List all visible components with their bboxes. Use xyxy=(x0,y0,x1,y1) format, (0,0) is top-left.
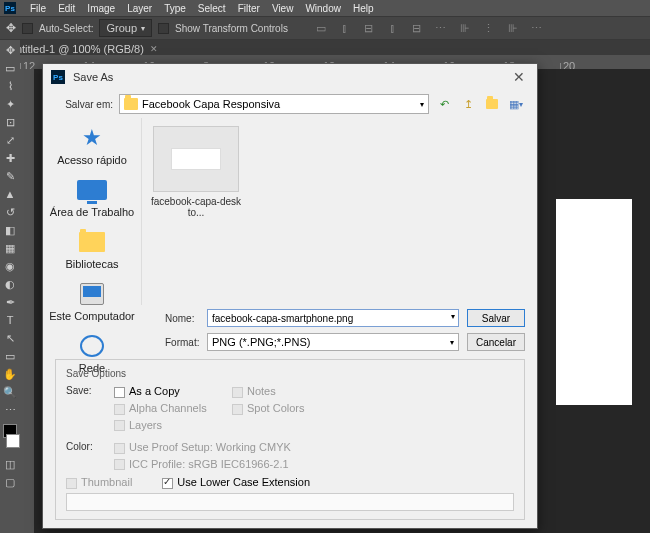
more-tools[interactable]: ⋯ xyxy=(2,402,18,418)
zoom-tool[interactable]: 🔍 xyxy=(2,384,18,400)
stamp-tool[interactable]: ▲ xyxy=(2,186,18,202)
chevron-down-icon[interactable]: ▾ xyxy=(451,312,455,321)
close-tab-icon[interactable]: ✕ xyxy=(150,44,158,54)
save-in-label: Salvar em: xyxy=(55,99,113,110)
file-thumbnail xyxy=(153,126,239,192)
menu-layer[interactable]: Layer xyxy=(127,3,152,14)
pc-icon xyxy=(75,280,109,308)
auto-select-dropdown[interactable]: Group▾ xyxy=(99,19,152,37)
place-label: Acesso rápido xyxy=(57,154,127,166)
network-icon xyxy=(75,332,109,360)
document-title: Untitled-1 @ 100% (RGB/8) xyxy=(8,43,144,55)
dodge-tool[interactable]: ◐ xyxy=(2,276,18,292)
marquee-tool[interactable]: ▭ xyxy=(2,60,18,76)
menu-filter[interactable]: Filter xyxy=(238,3,260,14)
eraser-tool[interactable]: ◧ xyxy=(2,222,18,238)
save-as-dialog: Ps Save As ✕ Salvar em: Facebook Capa Re… xyxy=(42,63,538,529)
folder-dropdown[interactable]: Facebook Capa Responsiva ▾ xyxy=(119,94,429,114)
format-label: Format: xyxy=(165,337,201,348)
save-button[interactable]: Salvar xyxy=(467,309,525,327)
pen-tool[interactable]: ✒ xyxy=(2,294,18,310)
quickmask-icon[interactable]: ◫ xyxy=(2,456,18,472)
lowercase-label: Use Lower Case Extension xyxy=(177,476,310,488)
more-icon[interactable]: ⋯ xyxy=(528,19,546,37)
cancel-button[interactable]: Cancelar xyxy=(467,333,525,351)
icc-label: ICC Profile: sRGB IEC61966-2.1 xyxy=(129,458,289,470)
app-logo: Ps xyxy=(4,2,16,14)
place-libraries[interactable]: Bibliotecas xyxy=(65,228,118,270)
options-bar: ✥ Auto-Select: Group▾ Show Transform Con… xyxy=(0,16,650,40)
path-tool[interactable]: ↖ xyxy=(2,330,18,346)
place-label: Bibliotecas xyxy=(65,258,118,270)
type-tool[interactable]: T xyxy=(2,312,18,328)
spot-label: Spot Colors xyxy=(247,402,304,414)
menu-image[interactable]: Image xyxy=(87,3,115,14)
save-options-title: Save Options xyxy=(66,368,514,379)
view-menu-button[interactable]: ▦▾ xyxy=(507,95,525,113)
places-sidebar: ★ Acesso rápido Área de Trabalho Bibliot… xyxy=(43,118,141,305)
shape-tool[interactable]: ▭ xyxy=(2,348,18,364)
menu-edit[interactable]: Edit xyxy=(58,3,75,14)
thumbnail-checkbox xyxy=(66,478,77,489)
menu-view[interactable]: View xyxy=(272,3,294,14)
move-tool-icon: ✥ xyxy=(6,21,16,35)
format-dropdown[interactable]: PNG (*.PNG;*.PNS) ▾ xyxy=(207,333,459,351)
align-icon[interactable]: ⋯ xyxy=(432,19,450,37)
show-transform-checkbox[interactable] xyxy=(158,23,169,34)
format-value: PNG (*.PNG;*.PNS) xyxy=(212,336,310,348)
chevron-down-icon: ▾ xyxy=(450,338,454,347)
gradient-tool[interactable]: ▦ xyxy=(2,240,18,256)
warning-box xyxy=(66,493,514,511)
move-tool[interactable]: ✥ xyxy=(2,42,18,58)
menu-file[interactable]: File xyxy=(30,3,46,14)
menu-window[interactable]: Window xyxy=(305,3,341,14)
eyedropper-tool[interactable]: ⤢ xyxy=(2,132,18,148)
menu-type[interactable]: Type xyxy=(164,3,186,14)
crop-tool[interactable]: ⊡ xyxy=(2,114,18,130)
place-desktop[interactable]: Área de Trabalho xyxy=(50,176,134,218)
save-options-panel: Save Options Save: As a Copy Alpha Chann… xyxy=(55,359,525,520)
align-icon[interactable]: ⫿ xyxy=(336,19,354,37)
name-label: Nome: xyxy=(165,313,201,324)
align-icon[interactable]: ▭ xyxy=(312,19,330,37)
distribute-icon[interactable]: ⋮ xyxy=(480,19,498,37)
icc-checkbox xyxy=(114,459,125,470)
save-section-label: Save: xyxy=(66,385,106,396)
auto-select-checkbox[interactable] xyxy=(22,23,33,34)
align-icon[interactable]: ⫿ xyxy=(384,19,402,37)
close-icon[interactable]: ✕ xyxy=(509,69,529,85)
lasso-tool[interactable]: ⌇ xyxy=(2,78,18,94)
alpha-label: Alpha Channels xyxy=(129,402,207,414)
background-color[interactable] xyxy=(6,434,20,448)
as-copy-checkbox[interactable] xyxy=(114,387,125,398)
hand-tool[interactable]: ✋ xyxy=(2,366,18,382)
file-item[interactable]: facebook-capa-deskto... xyxy=(150,126,242,218)
screenmode-icon[interactable]: ▢ xyxy=(2,474,18,490)
color-section-label: Color: xyxy=(66,441,106,452)
distribute-icon[interactable]: ⊪ xyxy=(504,19,522,37)
ruler-vertical xyxy=(20,69,34,533)
blur-tool[interactable]: ◉ xyxy=(2,258,18,274)
place-quick-access[interactable]: ★ Acesso rápido xyxy=(57,124,127,166)
lowercase-checkbox[interactable] xyxy=(162,478,173,489)
brush-tool[interactable]: ✎ xyxy=(2,168,18,184)
distribute-icon[interactable]: ⊪ xyxy=(456,19,474,37)
menu-help[interactable]: Help xyxy=(353,3,374,14)
filename-input[interactable] xyxy=(207,309,459,327)
up-button[interactable]: ↥ xyxy=(459,95,477,113)
auto-select-label: Auto-Select: xyxy=(39,23,93,34)
new-folder-button[interactable] xyxy=(483,95,501,113)
menu-select[interactable]: Select xyxy=(198,3,226,14)
file-list[interactable]: facebook-capa-deskto... xyxy=(141,118,537,305)
alpha-checkbox xyxy=(114,404,125,415)
align-icon[interactable]: ⊟ xyxy=(360,19,378,37)
layers-checkbox xyxy=(114,420,125,431)
history-tool[interactable]: ↺ xyxy=(2,204,18,220)
back-button[interactable]: ↶ xyxy=(435,95,453,113)
proof-checkbox xyxy=(114,443,125,454)
wand-tool[interactable]: ✦ xyxy=(2,96,18,112)
healing-tool[interactable]: ✚ xyxy=(2,150,18,166)
star-icon: ★ xyxy=(75,124,109,152)
folder-name: Facebook Capa Responsiva xyxy=(142,98,280,110)
align-icon[interactable]: ⊟ xyxy=(408,19,426,37)
